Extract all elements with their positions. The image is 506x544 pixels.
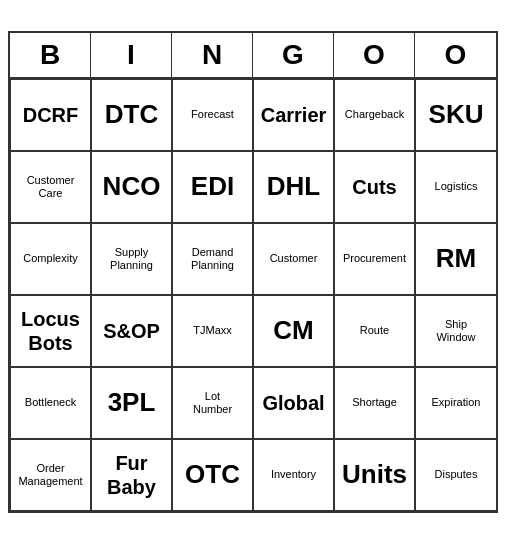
cell-text-2-3: Customer [270, 252, 318, 265]
cell-4-1: 3PL [91, 367, 172, 439]
bingo-header: BINGOO [10, 33, 496, 79]
bingo-grid: DCRFDTCForecastCarrierChargebackSKUCusto… [10, 79, 496, 511]
header-letter-2: N [172, 33, 253, 77]
header-letter-4: O [334, 33, 415, 77]
cell-0-3: Carrier [253, 79, 334, 151]
cell-2-3: Customer [253, 223, 334, 295]
cell-text-3-2: TJMaxx [193, 324, 232, 337]
header-letter-0: B [10, 33, 91, 77]
cell-5-5: Disputes [415, 439, 496, 511]
cell-1-0: CustomerCare [10, 151, 91, 223]
cell-text-1-1: NCO [103, 171, 161, 202]
cell-5-2: OTC [172, 439, 253, 511]
cell-text-2-1: SupplyPlanning [110, 246, 153, 272]
cell-text-4-2: LotNumber [193, 390, 232, 416]
cell-text-0-2: Forecast [191, 108, 234, 121]
cell-0-2: Forecast [172, 79, 253, 151]
cell-text-3-5: ShipWindow [436, 318, 475, 344]
cell-text-5-1: FurBaby [107, 451, 156, 499]
cell-text-4-5: Expiration [432, 396, 481, 409]
cell-0-4: Chargeback [334, 79, 415, 151]
cell-3-5: ShipWindow [415, 295, 496, 367]
cell-text-0-3: Carrier [261, 103, 327, 127]
header-letter-5: O [415, 33, 496, 77]
cell-2-2: DemandPlanning [172, 223, 253, 295]
cell-4-4: Shortage [334, 367, 415, 439]
header-letter-1: I [91, 33, 172, 77]
cell-text-3-1: S&OP [103, 319, 160, 343]
cell-text-4-4: Shortage [352, 396, 397, 409]
cell-text-5-4: Units [342, 459, 407, 490]
cell-4-0: Bottleneck [10, 367, 91, 439]
cell-text-4-3: Global [262, 391, 324, 415]
cell-5-1: FurBaby [91, 439, 172, 511]
cell-0-1: DTC [91, 79, 172, 151]
header-letter-3: G [253, 33, 334, 77]
cell-5-0: OrderManagement [10, 439, 91, 511]
cell-text-0-0: DCRF [23, 103, 79, 127]
cell-text-1-2: EDI [191, 171, 234, 202]
cell-3-0: LocusBots [10, 295, 91, 367]
cell-text-2-5: RM [436, 243, 476, 274]
cell-3-4: Route [334, 295, 415, 367]
cell-3-3: CM [253, 295, 334, 367]
cell-1-4: Cuts [334, 151, 415, 223]
cell-text-2-2: DemandPlanning [191, 246, 234, 272]
cell-4-5: Expiration [415, 367, 496, 439]
bingo-card: BINGOO DCRFDTCForecastCarrierChargebackS… [8, 31, 498, 513]
cell-4-3: Global [253, 367, 334, 439]
cell-0-5: SKU [415, 79, 496, 151]
cell-text-4-0: Bottleneck [25, 396, 76, 409]
cell-1-5: Logistics [415, 151, 496, 223]
cell-text-0-1: DTC [105, 99, 158, 130]
cell-text-3-0: LocusBots [21, 307, 80, 355]
cell-text-5-5: Disputes [435, 468, 478, 481]
cell-text-4-1: 3PL [108, 387, 156, 418]
cell-4-2: LotNumber [172, 367, 253, 439]
cell-text-5-2: OTC [185, 459, 240, 490]
cell-text-5-3: Inventory [271, 468, 316, 481]
cell-text-1-5: Logistics [435, 180, 478, 193]
cell-text-1-4: Cuts [352, 175, 396, 199]
cell-2-1: SupplyPlanning [91, 223, 172, 295]
cell-text-3-4: Route [360, 324, 389, 337]
cell-3-2: TJMaxx [172, 295, 253, 367]
cell-text-1-0: CustomerCare [27, 174, 75, 200]
cell-1-3: DHL [253, 151, 334, 223]
cell-5-4: Units [334, 439, 415, 511]
cell-1-1: NCO [91, 151, 172, 223]
cell-text-2-4: Procurement [343, 252, 406, 265]
cell-2-5: RM [415, 223, 496, 295]
cell-2-4: Procurement [334, 223, 415, 295]
cell-text-1-3: DHL [267, 171, 320, 202]
cell-3-1: S&OP [91, 295, 172, 367]
cell-text-3-3: CM [273, 315, 313, 346]
cell-text-0-4: Chargeback [345, 108, 404, 121]
cell-0-0: DCRF [10, 79, 91, 151]
cell-text-2-0: Complexity [23, 252, 77, 265]
cell-1-2: EDI [172, 151, 253, 223]
cell-text-5-0: OrderManagement [18, 462, 82, 488]
cell-text-0-5: SKU [429, 99, 484, 130]
cell-5-3: Inventory [253, 439, 334, 511]
cell-2-0: Complexity [10, 223, 91, 295]
